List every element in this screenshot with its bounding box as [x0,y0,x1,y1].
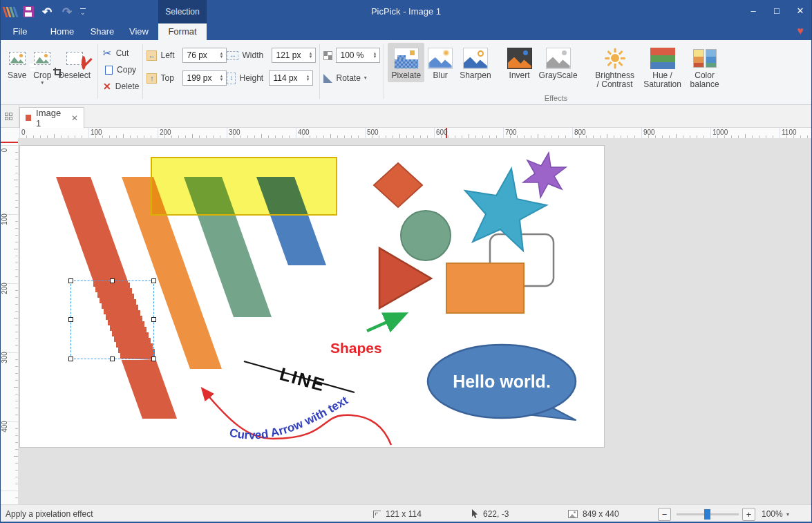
scale-rotate-group: 100 %▲▼ Rotate ▾ [323,43,380,104]
top-position-icon: ↑ [147,73,157,84]
blur-button[interactable]: Blur [424,43,456,82]
h-ruler-label: 900 [643,129,655,136]
selection-marquee[interactable] [70,280,154,359]
brightness-contrast-button[interactable]: Brightness / Contrast [590,43,640,91]
rotate-button[interactable]: Rotate ▾ [323,70,366,86]
scissors-icon: ✂ [103,47,112,59]
grid-icon [5,113,14,120]
tab-view[interactable]: View [124,23,153,40]
orange-rectangle [446,263,524,313]
context-group-selection: Selection [158,0,207,23]
rotate-icon [323,74,332,83]
grayscale-icon [546,48,571,69]
width-spinner[interactable]: ▲▼ [307,52,314,59]
v-ruler-label: 200 [1,278,8,299]
image-size-icon [568,510,578,518]
zoom-out-button[interactable]: − [658,508,671,521]
copy-button[interactable]: Copy [102,61,136,78]
status-hint: Apply a pixelation effect [6,505,93,523]
left-position-icon: ← [147,50,157,61]
h-ruler-label: 1000 [712,129,728,136]
tab-share[interactable]: Share [86,23,119,40]
handle-e[interactable] [151,317,156,322]
zoom-slider-thumb[interactable] [704,509,710,520]
zoom-level[interactable]: 100% [762,505,783,523]
handle-n[interactable] [110,278,115,283]
document-tab-bar: Image 1 ✕ [0,105,812,128]
h-ruler-label: 1100 [782,129,797,136]
maximize-button[interactable]: □ [765,0,789,23]
speech-bubble-text: Hello world. [453,372,551,391]
v-ruler-label: 0 [1,140,8,161]
tab-file[interactable]: File [7,23,33,40]
height-input[interactable]: 114 px▲▼ [269,70,313,86]
save-button[interactable]: Save [4,43,30,82]
h-ruler-label: 100 [91,129,102,136]
h-ruler: 010020030040050060070080090010001100 [19,128,812,138]
crop-dropdown-icon[interactable]: ▾ [41,80,44,86]
cursor-position-status: 622, -3 [471,505,509,523]
scale-spinner[interactable]: ▲▼ [371,52,378,59]
title-bar: ↶ ↷ ⌄ PicPick - Image 1 – □ ✕ [0,0,812,23]
color-balance-button[interactable]: Color balance [686,43,724,91]
height-icon: ↕ [227,73,236,84]
position-group: ← Left 76 px▲▼ ↑ Top 199 px▲▼ [147,43,227,104]
zoom-dropdown-icon[interactable]: ▾ [786,506,789,523]
tab-home[interactable]: Home [46,23,79,40]
effects-group-label: Effects [388,94,724,104]
cursor-icon [471,509,478,519]
size-group: ↔ Width 121 px▲▼ ↕ Height 114 px▲▼ [227,43,316,104]
shapes-label: Shapes [330,340,382,356]
handle-nw[interactable] [68,278,73,283]
width-input[interactable]: 121 px▲▼ [272,48,316,63]
yellow-rectangle [151,158,337,215]
handle-se[interactable] [151,356,156,361]
circle-shape [401,211,451,260]
scale-input[interactable]: 100 %▲▼ [336,48,380,63]
v-ruler-label: 400 [1,417,8,437]
invert-icon [507,48,532,69]
handle-w[interactable] [68,317,73,322]
handle-s[interactable] [110,356,115,361]
grayscale-button[interactable]: GrayScale [536,43,581,82]
left-input[interactable]: 76 px▲▼ [182,48,227,63]
close-button[interactable]: ✕ [789,0,812,23]
sun-icon [603,46,627,70]
width-icon: ↔ [227,51,238,60]
sharpen-button[interactable]: Sharpen [456,43,494,82]
tab-list-button[interactable] [0,105,19,128]
selection-size-status: 121 x 114 [373,505,422,523]
selection-size-icon [373,511,381,518]
height-spinner[interactable]: ▲▼ [304,75,311,82]
v-ruler-label: 100 [1,209,8,230]
pixelate-button[interactable]: Pixelate [388,43,424,82]
blur-icon [428,48,453,69]
handle-sw[interactable] [68,356,73,361]
workspace: 0100200300400 [0,138,812,504]
top-spinner[interactable]: ▲▼ [218,75,225,82]
left-spinner[interactable]: ▲▼ [218,52,225,59]
handle-ne[interactable] [151,278,156,283]
h-ruler-label: 400 [298,129,310,136]
rotate-dropdown-icon[interactable]: ▾ [364,75,367,81]
diamond-shape [374,163,422,207]
ribbon-tab-row [0,23,812,40]
status-bar: Apply a pixelation effect 121 x 114 622,… [0,504,812,523]
hue-saturation-button[interactable]: Hue / Saturation [640,43,686,91]
zoom-in-button[interactable]: + [742,508,755,521]
scale-icon [323,51,332,60]
invert-button[interactable]: Invert [504,43,536,82]
top-input[interactable]: 199 px▲▼ [182,70,227,86]
delete-x-icon: ✕ [103,81,111,92]
document-tab-image1[interactable]: Image 1 ✕ [19,107,84,128]
minimize-button[interactable]: – [742,0,765,23]
h-ruler-label: 700 [505,129,517,136]
tab-close-icon[interactable]: ✕ [71,113,78,123]
picpick-window: ↶ ↷ ⌄ PicPick - Image 1 – □ ✕ File Home … [0,0,812,523]
six-point-star-shape [523,153,566,198]
tab-format[interactable]: Format [158,23,207,40]
cut-button[interactable]: ✂Cut [102,45,129,61]
heart-icon[interactable]: ♥ [797,25,804,37]
delete-button[interactable]: ✕Delete [102,78,139,95]
zoom-slider[interactable] [677,513,739,515]
